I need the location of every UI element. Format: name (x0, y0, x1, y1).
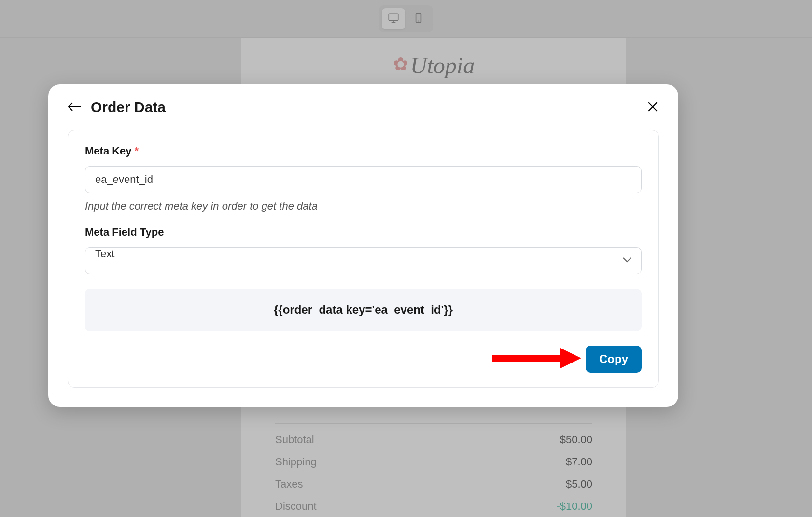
meta-key-label: Meta Key* (85, 145, 642, 157)
field-type-label: Meta Field Type (85, 226, 642, 238)
shortcode-display: {{order_data key='ea_event_id'}} (85, 289, 642, 331)
required-indicator: * (135, 145, 139, 157)
close-button[interactable] (646, 100, 659, 114)
close-icon (646, 107, 659, 114)
modal-body: Meta Key* Input the correct meta key in … (68, 130, 659, 388)
order-data-modal: Order Data Meta Key* Input the correct m… (48, 84, 678, 407)
modal-actions: Copy (85, 346, 642, 373)
copy-button[interactable]: Copy (586, 346, 642, 373)
field-type-select[interactable]: Text (85, 247, 642, 274)
arrow-left-icon (68, 101, 82, 114)
modal-header: Order Data (48, 84, 678, 125)
meta-key-help-text: Input the correct meta key in order to g… (85, 200, 642, 212)
modal-title: Order Data (91, 99, 646, 115)
annotation-arrow (487, 344, 584, 375)
back-button[interactable] (68, 101, 82, 114)
meta-key-input[interactable] (85, 166, 642, 193)
